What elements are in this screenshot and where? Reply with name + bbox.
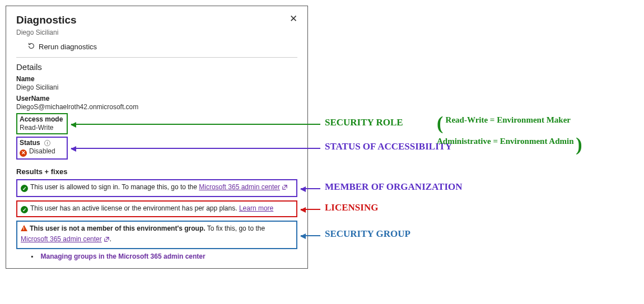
status-box: Status i ✕Disabled (16, 137, 68, 160)
results-heading: Results + fixes (16, 167, 297, 176)
access-mode-label: Access mode (20, 115, 64, 123)
divider (16, 57, 297, 58)
label-security-role: SECURITY ROLE (325, 117, 403, 128)
result-group-text: To fix this, go to the (206, 225, 265, 232)
name-value: Diego Siciliani (16, 83, 297, 91)
info-icon[interactable]: i (44, 140, 50, 146)
label-licensing: LICENSING (325, 202, 378, 213)
diagnostics-panel: Diagnostics ✕ Diego Siciliani Rerun diag… (6, 6, 308, 269)
result-signin-text: This user is allowed to sign in. To mana… (30, 183, 199, 191)
refresh-icon (27, 42, 35, 52)
rerun-label: Rerun diagnostics (39, 43, 97, 51)
result-group-bold: This user is not a member of this enviro… (30, 225, 206, 232)
m365-admin-link[interactable]: Microsoft 365 admin center (21, 235, 110, 243)
check-icon: ✓ (21, 206, 28, 213)
paren-note: ( Read-Write = Environment Maker Adminis… (437, 113, 582, 155)
managing-groups-link[interactable]: Managing groups in the Microsoft 365 adm… (41, 252, 206, 260)
access-mode-box: Access mode Read-Write (16, 113, 68, 134)
status-label: Status i (20, 139, 64, 147)
check-icon: ✓ (21, 185, 28, 192)
m365-admin-link[interactable]: Microsoft 365 admin center (199, 183, 288, 191)
learn-more-link[interactable]: Learn more (239, 204, 273, 212)
close-icon[interactable]: ✕ (290, 14, 297, 24)
rerun-diagnostics-button[interactable]: Rerun diagnostics (27, 42, 97, 52)
label-security-group: SECURITY GROUP (325, 228, 410, 240)
result-group-box: This user is not a member of this enviro… (16, 221, 297, 249)
label-member-org: MEMBER OF ORGANIZATION (325, 181, 463, 193)
warning-icon (21, 225, 27, 231)
username-value: DiegoS@michaelroth42.onmicrosoft.com (16, 103, 297, 111)
label-status: STATUS OF ACCESSIBILITY (325, 141, 452, 152)
panel-subtitle: Diego Siciliani (16, 29, 297, 36)
status-value: ✕Disabled (20, 147, 64, 157)
username-label: UserName (16, 95, 297, 102)
name-label: Name (16, 75, 297, 83)
details-heading: Details (16, 62, 297, 72)
bullet-managing-groups: Managing groups in the Microsoft 365 adm… (31, 252, 297, 260)
external-link-icon (282, 183, 288, 194)
error-icon: ✕ (20, 149, 27, 157)
result-license-text: This user has an active license or the e… (30, 204, 239, 212)
access-mode-value: Read-Write (20, 124, 64, 132)
result-signin-box: ✓This user is allowed to sign in. To man… (16, 179, 297, 197)
panel-title: Diagnostics (16, 14, 297, 26)
result-license-box: ✓This user has an active license or the … (16, 200, 297, 217)
external-link-icon (104, 235, 110, 246)
